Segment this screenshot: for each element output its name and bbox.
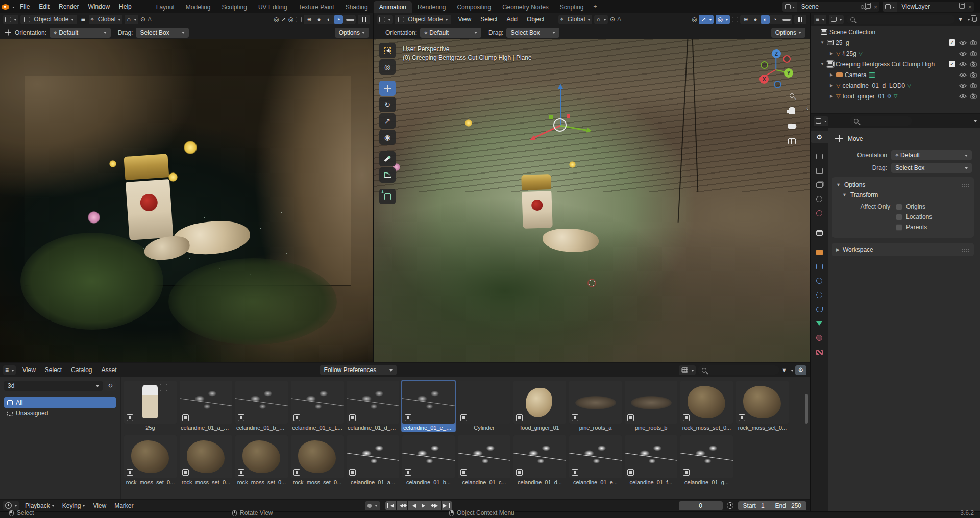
jump-to-end-button[interactable] [442, 501, 452, 510]
tab-texture[interactable] [811, 346, 828, 358]
tab-output[interactable] [811, 164, 828, 177]
tab-material[interactable] [811, 332, 828, 344]
tab-scene[interactable] [811, 193, 828, 205]
workspace-panel-header[interactable]: ▶ Workspace [832, 243, 974, 256]
expander-icon[interactable]: ▼ [820, 40, 825, 45]
asset-tile[interactable]: pine_roots_a [568, 380, 623, 432]
measure-tool[interactable] [379, 167, 396, 183]
tab-physics[interactable] [811, 289, 828, 301]
panel-grip-icon[interactable] [962, 183, 970, 187]
app-menu-item[interactable]: Window [83, 0, 114, 13]
shading-dropdown-icon[interactable] [346, 19, 355, 22]
asset-tile[interactable]: food_ginger_01 [512, 380, 567, 432]
jump-to-start-button[interactable] [385, 501, 396, 510]
asset-tile[interactable]: rock_moss_set_0... [234, 434, 289, 487]
overlays-toggle-icon[interactable]: ◎ [288, 16, 293, 22]
sidebar-collapse-icon[interactable]: ‹ [806, 105, 808, 111]
close-icon[interactable]: × [968, 3, 972, 11]
transform-tool[interactable]: ◉ [379, 130, 396, 145]
viewlayer-name-field[interactable]: ViewLayer [897, 2, 959, 12]
catalog-item[interactable]: Unassigned [4, 408, 116, 418]
proportional-edit-icon[interactable]: ⊙ [140, 16, 145, 22]
outliner-row-object[interactable]: ▶ ▽ food_ginger_01 ⚙ ▽ [811, 91, 980, 102]
tab-view-layer[interactable] [811, 179, 828, 191]
tab-world[interactable] [811, 207, 828, 219]
xray-toggle-icon[interactable] [296, 17, 302, 22]
camera-view-icon[interactable] [785, 119, 798, 133]
asset-tile[interactable]: celandine_01_b... [401, 434, 456, 487]
render-visibility-icon[interactable] [970, 83, 977, 88]
gizmo-center-ring[interactable] [553, 118, 567, 132]
parents-checkbox[interactable] [896, 224, 902, 231]
axis-y-ball[interactable]: Y [784, 68, 793, 78]
asset-tile[interactable]: rock_moss_set_0... [123, 434, 178, 487]
asset-tile[interactable]: 25g [123, 380, 178, 432]
origins-checkbox[interactable] [896, 204, 902, 210]
editor-type-icon[interactable] [3, 15, 18, 24]
library-dropdown[interactable]: 3d [4, 381, 103, 391]
pin-icon[interactable] [861, 5, 864, 9]
asset-scrollbar[interactable] [805, 394, 808, 424]
gizmos-toggle-icon[interactable]: ↗ [699, 15, 713, 24]
rotate-tool[interactable]: ↻ [379, 97, 396, 112]
pause-render-button[interactable] [358, 15, 370, 24]
asset-tile[interactable]: celandine_01_f... [624, 434, 678, 487]
properties-editor-type-icon[interactable] [814, 116, 828, 126]
shading-material-icon[interactable]: ◐ [324, 15, 333, 24]
start-frame-field[interactable]: Start1 [738, 501, 770, 510]
scene-name-field[interactable]: Scene [797, 2, 859, 12]
cursor-tool[interactable]: ◎ [379, 59, 396, 75]
hide-eye-icon[interactable] [959, 83, 967, 88]
viewport-left-render[interactable] [0, 39, 373, 362]
filter-icon[interactable]: ▼ [958, 17, 963, 22]
current-frame-field[interactable]: 0 [679, 501, 723, 510]
play-button[interactable] [419, 501, 430, 510]
ginger-root-object[interactable] [543, 229, 599, 252]
hand-pan-icon[interactable] [785, 104, 798, 117]
app-menu-item[interactable]: Render [54, 0, 83, 13]
panel-grip-icon[interactable] [962, 248, 970, 252]
expander-icon[interactable]: ▶ [829, 51, 834, 56]
use-preview-range-icon[interactable] [725, 501, 736, 510]
prev-keyframe-button[interactable] [397, 501, 407, 510]
workspace-tab[interactable]: Modeling [180, 1, 216, 13]
asset-tile[interactable]: celandine_01_a_L... [179, 380, 233, 432]
workspace-tab[interactable]: Scripting [554, 1, 590, 13]
tab-object-data[interactable] [811, 317, 828, 330]
viewport-menu-item[interactable]: View [453, 13, 476, 26]
tab-particles[interactable] [811, 275, 828, 287]
refresh-library-icon[interactable]: ↻ [105, 381, 116, 391]
workspace-tab[interactable]: Shading [340, 1, 374, 13]
expander-icon[interactable]: ▶ [829, 72, 834, 77]
drag-dropdown[interactable]: Select Box [136, 28, 189, 38]
transform-subpanel-header[interactable]: ▼ Transform [842, 190, 970, 200]
tab-render[interactable] [811, 150, 828, 162]
asset-tile[interactable]: rock_moss_set_0... [679, 380, 734, 432]
asset-settings-gear-icon[interactable]: ⚙ [795, 365, 806, 375]
play-reverse-button[interactable] [408, 501, 419, 510]
tab-tool[interactable]: ⚙ [811, 131, 828, 143]
app-menu-item[interactable]: Edit [34, 0, 54, 13]
drag-dropdown[interactable]: Select Box [891, 163, 972, 173]
workspace-tab[interactable]: Geometry Nodes [497, 1, 554, 13]
proportional-falloff-icon[interactable]: Λ [617, 16, 621, 22]
asset-menu-item[interactable]: View [18, 363, 40, 377]
scale-tool[interactable]: ↗ [379, 113, 396, 129]
proportional-falloff-icon[interactable]: Λ [148, 16, 152, 22]
timeline-menu-item[interactable]: Playback [21, 502, 58, 509]
shading-solid-icon[interactable]: ● [751, 15, 760, 24]
workspace-tab[interactable]: Rendering [412, 1, 451, 13]
locations-checkbox[interactable] [896, 214, 902, 220]
new-collection-icon[interactable] [972, 17, 977, 22]
asset-tile[interactable]: rock_moss_set_0... [290, 434, 345, 487]
perspective-grid-icon[interactable] [785, 135, 798, 148]
axis-z-ball[interactable]: Z [772, 49, 781, 58]
workspace-tab[interactable]: Animation [374, 1, 412, 13]
shading-material-icon[interactable]: ◐ [761, 15, 770, 24]
axis-y-neg-ball[interactable] [761, 61, 768, 69]
workspace-tab[interactable]: Layout [151, 1, 180, 13]
transform-orientation-dropdown[interactable]: ⌖ Global [89, 15, 123, 24]
asset-menu-item[interactable]: Asset [97, 363, 121, 377]
outliner-row-object[interactable]: ▶ ▽ celandine_01_d_LOD0 ▽ [811, 80, 980, 91]
blender-logo[interactable] [0, 4, 15, 10]
